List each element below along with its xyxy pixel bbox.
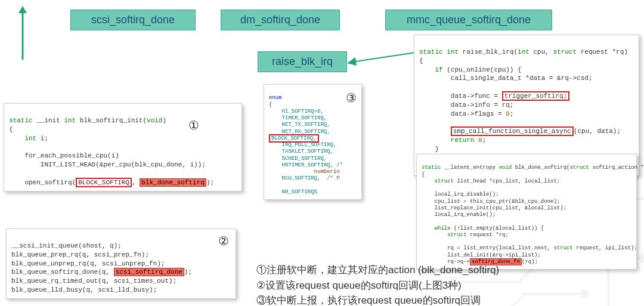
svg-point-6: [639, 254, 644, 263]
highlight-trigger-softirq: trigger_softirq;: [502, 91, 570, 101]
arrow-to-raise-blk-irq: [347, 49, 419, 73]
svg-marker-8: [18, 6, 27, 13]
explanation-caption: ①注册软中断，建立其对应的action (blk_done_softirq) ②…: [256, 262, 499, 306]
highlight-blk-done-softirq: blk_done_softirq: [140, 178, 206, 187]
mmc-queue-softirq-done-node: mmc_queue_softirq_done: [385, 10, 552, 30]
highlight-enum-block-softirq: BLOCK_SOFTIRQ,: [269, 134, 319, 143]
svg-point-1: [580, 289, 589, 299]
highlight-block-softirq: BLOCK_SOFTIRQ: [76, 178, 132, 187]
callout-number-3: ③: [346, 91, 357, 105]
code-blk-done-softirq: static __latent_entropy void blk_done_so…: [416, 154, 637, 270]
scsi-softirq-done-node: scsi_softirq_done: [70, 10, 196, 30]
code-blk-softirq-init: static __init int blk_softirq_init(void)…: [4, 103, 242, 191]
arrow-up-icon: [17, 6, 29, 62]
callout-number-2: ②: [218, 234, 229, 248]
dm-softirq-done-node: dm_softirq_done: [221, 10, 340, 30]
code-scsi-queue-setup: __scsi_init_queue(shost, q); blk_queue_p…: [6, 228, 236, 299]
svg-line-9: [352, 52, 416, 62]
svg-marker-10: [347, 57, 357, 66]
highlight-scsi-softirq-done: scsi_softirq_done: [114, 268, 184, 276]
highlight-smp-call: smp_call_function_single_async: [451, 126, 574, 136]
raise-blk-irq-node: raise_blk_irq: [258, 51, 347, 72]
callout-number-1: ①: [188, 118, 199, 132]
